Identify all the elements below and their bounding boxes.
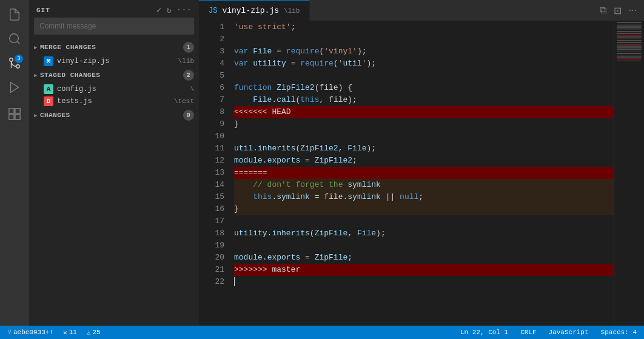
minimap [614,21,644,326]
table-row: // don't forget the symlink [234,179,614,191]
file-path: \ [190,86,194,93]
table-row: module.exports = ZipFile; [234,252,614,264]
table-row: var utility = require('util'); [234,58,614,70]
svg-point-0 [10,34,19,43]
branch-name: aebe0933+! [13,329,53,336]
file-icon-a: A [44,84,53,94]
table-row: function ZipFile2(file) { [234,82,614,94]
refresh-icon[interactable]: ↻ [166,5,171,15]
debug-icon[interactable] [5,78,24,97]
staged-changes-section-header[interactable]: ▶ STAGED CHANGES 2 [29,67,199,83]
language-name: JavaScript [549,329,589,336]
table-row [234,215,614,227]
file-name: vinyl-zip.js [57,57,175,65]
file-icon-m: M [44,56,53,66]
git-branch-status[interactable]: ⑂ aebe0933+! [5,329,56,336]
tab-action-bar: ⧉ ⊡ ··· [597,4,644,18]
table-row: } [234,118,614,130]
table-row: <<<<<<< HEAD [234,106,614,118]
editor-area: JS vinyl-zip.js \lib ⧉ ⊡ ··· 12345678910… [199,0,644,326]
changes-count: 0 [183,110,194,121]
split-editor-button[interactable]: ⧉ [597,4,609,18]
checkmark-icon[interactable]: ✓ [156,5,161,15]
cursor-position: Ln 22, Col 1 [460,329,508,336]
table-row: 'use strict'; [234,21,614,33]
warning-icon: ⚠ [87,329,91,337]
errors-status[interactable]: ✕ 11 [61,329,79,337]
status-bar: ⑂ aebe0933+! ✕ 11 ⚠ 25 Ln 22, Col 1 CRLF… [0,326,644,339]
activity-bar: 3 [0,0,29,326]
svg-rect-8 [15,115,20,119]
spaces-label: Spaces: 4 [601,329,637,336]
table-row: File.call(this, file); [234,94,614,106]
git-branch-icon: ⑂ [7,329,12,336]
list-item[interactable]: M vinyl-zip.js \lib [29,55,199,67]
language-status[interactable]: JavaScript [546,329,591,336]
tab-icon: JS [209,7,217,15]
table-row: } [234,203,614,215]
svg-marker-4 [11,82,19,93]
line-ending: CRLF [520,329,536,336]
list-item[interactable]: A config.js \ [29,83,199,95]
table-row [234,130,614,143]
more-icon[interactable]: ··· [176,5,192,15]
changes-section-header[interactable]: ▶ CHANGES 0 [29,107,199,123]
merge-changes-section-header[interactable]: ▶ MERGE CHANGES 1 [29,39,199,55]
staged-changes-title: STAGED CHANGES [40,72,183,79]
editor-tab-vinyl-zip[interactable]: JS vinyl-zip.js \lib [199,0,310,21]
cursor-position-status[interactable]: Ln 22, Col 1 [458,329,511,336]
table-row: this.symlink = file.symlink || null; [234,191,614,203]
error-count: 11 [69,329,77,336]
svg-rect-5 [9,109,14,113]
search-icon[interactable] [5,29,24,49]
tab-label: vinyl-zip.js [222,6,279,15]
warnings-status[interactable]: ⚠ 25 [84,329,103,337]
line-ending-status[interactable]: CRLF [518,329,538,336]
spaces-status[interactable]: Spaces: 4 [599,329,639,336]
svg-point-2 [16,65,20,69]
sidebar: GIT ✓ ↻ ··· ▶ MERGE CHANGES 1 M vinyl-zi… [29,0,199,326]
warning-count: 25 [92,329,100,336]
svg-rect-6 [15,109,20,113]
table-row: >>>>>>> master [234,264,614,276]
table-row: var File = require('vinyl'); [234,45,614,58]
table-row [234,240,614,252]
table-row [234,33,614,45]
tab-path: \lib [284,7,300,15]
table-row: util.inherits(ZipFile2, File); [234,143,614,155]
more-actions-button[interactable]: ··· [626,4,639,18]
svg-rect-7 [9,115,14,119]
git-badge: 3 [15,55,23,63]
changes-title: CHANGES [40,112,183,119]
table-row [234,70,614,82]
file-icon-d: D [44,96,53,106]
svg-line-1 [17,41,19,44]
git-source-control-icon[interactable]: 3 [5,53,24,73]
table-row: module.exports = ZipFile2; [234,155,614,167]
file-name: config.js [57,85,186,93]
staged-changes-count: 2 [183,70,194,81]
line-numbers: 12345678910111213141516171819202122 [199,21,229,326]
table-row: utility.inherits(ZipFile, File); [234,227,614,240]
error-icon: ✕ [63,329,67,337]
table-row [234,276,614,288]
status-right: Ln 22, Col 1 CRLF JavaScript Spaces: 4 [458,329,639,336]
commit-message-input[interactable] [34,18,194,35]
sidebar-title: GIT [36,7,50,14]
svg-point-3 [10,58,13,62]
file-path: \lib [178,58,194,65]
list-item[interactable]: D tests.js \test [29,95,199,107]
maximize-editor-button[interactable]: ⊡ [611,4,624,18]
status-left: ⑂ aebe0933+! ✕ 11 ⚠ 25 [5,329,103,337]
file-path: \test [174,98,194,105]
merge-changes-count: 1 [183,42,194,53]
table-row: ======= [234,167,614,179]
code-editor[interactable]: 'use strict'; var File = require('vinyl'… [229,21,614,326]
editor-content[interactable]: 12345678910111213141516171819202122 'use… [199,21,644,326]
files-icon[interactable] [5,5,24,24]
merge-changes-title: MERGE CHANGES [40,44,183,51]
extensions-icon[interactable] [5,104,24,124]
editor-tabs: JS vinyl-zip.js \lib ⧉ ⊡ ··· [199,0,644,21]
file-name: tests.js [57,97,170,106]
